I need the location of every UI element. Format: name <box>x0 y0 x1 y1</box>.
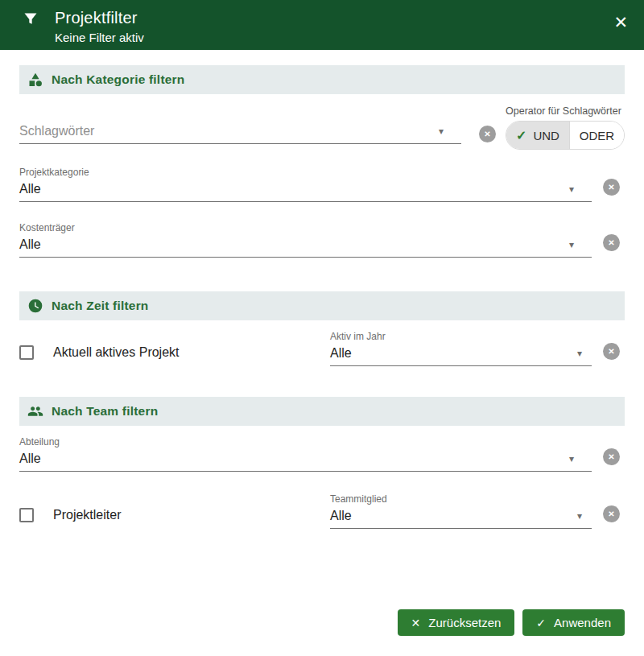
reset-button-label: Zurücksetzen <box>428 616 501 629</box>
operator-label: Operator für Schlagwörter <box>506 105 625 118</box>
kostentraeger-label: Kostenträger <box>19 221 592 234</box>
abteilung-label: Abteilung <box>19 435 592 448</box>
teammitglied-value: Alle <box>330 507 352 525</box>
projektkategorie-clear-button[interactable]: ✕ <box>603 179 620 196</box>
active-project-label: Aktuell aktives Projekt <box>53 345 180 360</box>
aktiv-im-jahr-value: Alle <box>330 345 352 362</box>
chevron-down-icon: ▾ <box>577 349 592 358</box>
close-icon: ✕ <box>411 617 421 629</box>
abteilung-select[interactable]: Abteilung Alle ▾ <box>19 435 592 472</box>
apply-button[interactable]: ✓ Anwenden <box>522 609 625 636</box>
chevron-down-icon: ▾ <box>569 240 592 250</box>
projektkategorie-row: Projektkategorie Alle ▾ ✕ <box>19 166 625 202</box>
aktiv-im-jahr-label: Aktiv im Jahr <box>330 330 592 343</box>
projektkategorie-label: Projektkategorie <box>19 166 592 179</box>
chevron-down-icon: ▾ <box>569 184 592 194</box>
clock-icon <box>27 298 43 314</box>
dialog-header: Projektfilter Keine Filter aktiv ✕ <box>0 0 644 50</box>
reset-button[interactable]: ✕ Zurücksetzen <box>398 609 515 636</box>
abteilung-value: Alle <box>19 450 41 468</box>
projektkategorie-value: Alle <box>19 180 41 198</box>
filter-funnel-icon <box>23 11 39 27</box>
dialog-titles: Projektfilter Keine Filter aktiv <box>55 8 144 46</box>
dialog-title: Projektfilter <box>55 8 144 27</box>
keywords-placeholder: Schlagwörter <box>19 122 94 140</box>
keywords-row: Schlagwörter ▾ ✕ Operator für Schlagwört… <box>19 105 625 150</box>
projektkategorie-select[interactable]: Projektkategorie Alle ▾ <box>19 166 592 202</box>
section-zeit-title: Nach Zeit filtern <box>52 299 149 313</box>
teammitglied-label: Teammitglied <box>330 493 592 505</box>
projektleiter-checkbox[interactable] <box>19 508 34 522</box>
aktiv-im-jahr-select[interactable]: Aktiv im Jahr Alle ▾ <box>330 330 592 366</box>
team-icon <box>27 403 43 419</box>
chevron-down-icon: ▾ <box>439 126 461 136</box>
projektleiter-option: Projektleiter <box>19 508 330 529</box>
section-team-title: Nach Team filtern <box>52 404 158 419</box>
teammitglied-clear-button[interactable]: ✕ <box>603 505 620 522</box>
abteilung-row: Abteilung Alle ▾ ✕ <box>19 435 625 472</box>
kostentraeger-value: Alle <box>19 236 41 254</box>
filter-status-text: Keine Filter aktiv <box>55 29 144 46</box>
operator-group: Operator für Schlagwörter ✓ UND ODER <box>506 105 625 150</box>
aktiv-im-jahr-clear-button[interactable]: ✕ <box>603 343 620 360</box>
kostentraeger-select[interactable]: Kostenträger Alle ▾ <box>19 221 592 258</box>
apply-button-label: Anwenden <box>554 616 611 629</box>
active-project-option: Aktuell aktives Projekt <box>19 345 330 366</box>
teammitglied-select[interactable]: Teammitglied Alle ▾ <box>330 493 592 529</box>
keywords-select[interactable]: Schlagwörter ▾ <box>19 105 461 144</box>
operator-option-oder[interactable]: ODER <box>569 122 624 149</box>
active-project-row: Aktuell aktives Projekt Aktiv im Jahr Al… <box>19 330 625 366</box>
category-icon <box>27 72 43 88</box>
section-team-header: Nach Team filtern <box>19 397 625 426</box>
section-zeit-header: Nach Zeit filtern <box>19 291 625 320</box>
operator-option-und[interactable]: ✓ UND <box>506 122 569 149</box>
abteilung-clear-button[interactable]: ✕ <box>603 448 620 465</box>
chevron-down-icon: ▾ <box>577 511 592 521</box>
section-kategorie-header: Nach Kategorie filtern <box>19 65 625 94</box>
section-kategorie-title: Nach Kategorie filtern <box>52 72 184 87</box>
dialog-footer: ✕ Zurücksetzen ✓ Anwenden <box>0 609 644 656</box>
kostentraeger-clear-button[interactable]: ✕ <box>603 234 620 251</box>
dialog-content: Nach Kategorie filtern Schlagwörter ▾ ✕ … <box>0 50 644 609</box>
check-icon: ✓ <box>516 128 526 143</box>
kostentraeger-row: Kostenträger Alle ▾ ✕ <box>19 221 625 258</box>
projektleiter-label: Projektleiter <box>53 508 121 522</box>
check-icon: ✓ <box>536 617 546 629</box>
operator-und-label: UND <box>533 129 559 142</box>
projektleiter-row: Projektleiter Teammitglied Alle ▾ ✕ <box>19 493 625 529</box>
keywords-clear-button[interactable]: ✕ <box>479 126 496 142</box>
operator-oder-label: ODER <box>580 129 614 142</box>
active-project-checkbox[interactable] <box>19 345 34 360</box>
project-filter-dialog: Projektfilter Keine Filter aktiv ✕ Nach … <box>0 0 644 656</box>
close-icon[interactable]: ✕ <box>613 14 628 31</box>
operator-toggle: ✓ UND ODER <box>506 121 625 150</box>
chevron-down-icon: ▾ <box>569 454 592 464</box>
